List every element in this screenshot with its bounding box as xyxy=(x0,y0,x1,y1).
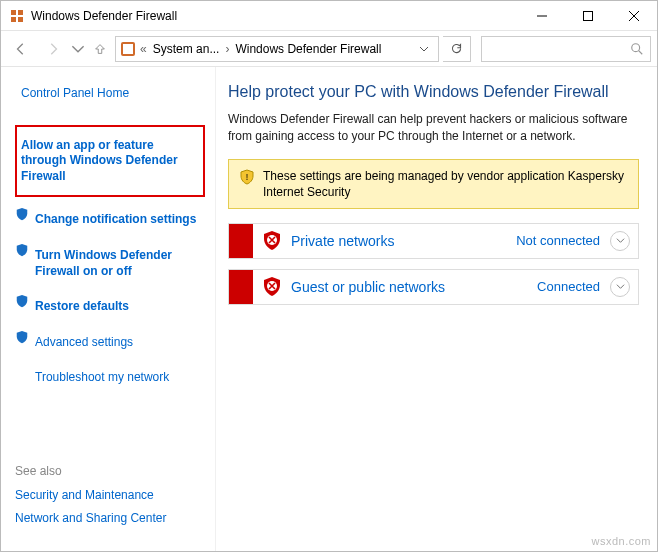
see-also-section: See also Security and Maintenance Networ… xyxy=(15,460,205,541)
firewall-app-icon xyxy=(9,8,25,24)
svg-point-3 xyxy=(632,43,640,51)
control-panel-home-link[interactable]: Control Panel Home xyxy=(15,81,205,107)
breadcrumb[interactable]: « System an... › Windows Defender Firewa… xyxy=(115,36,439,62)
warning-icon: ! xyxy=(239,169,255,185)
svg-rect-0 xyxy=(584,11,593,20)
minimize-button[interactable] xyxy=(519,1,565,31)
sidebar-item-label: Allow an app or feature through Windows … xyxy=(21,133,199,190)
sidebar-item-turn-onoff[interactable]: Turn Windows Defender Firewall on or off xyxy=(15,239,205,288)
search-icon xyxy=(630,42,644,56)
breadcrumb-item[interactable]: System an... xyxy=(149,42,224,56)
see-also-network-sharing[interactable]: Network and Sharing Center xyxy=(15,507,205,531)
breadcrumb-dropdown[interactable] xyxy=(414,44,434,54)
shield-icon xyxy=(15,294,29,308)
navbar: « System an... › Windows Defender Firewa… xyxy=(1,31,657,67)
shield-icon xyxy=(15,330,29,344)
sidebar-item-troubleshoot[interactable]: Troubleshoot my network xyxy=(15,361,205,395)
page-heading: Help protect your PC with Windows Defend… xyxy=(228,83,639,101)
sidebar-item-label: Advanced settings xyxy=(35,330,135,356)
sidebar: Control Panel Home Allow an app or featu… xyxy=(1,67,216,551)
control-panel-icon xyxy=(120,41,136,57)
shield-blocked-icon xyxy=(261,276,283,298)
network-group-public[interactable]: Guest or public networks Connected xyxy=(228,269,639,305)
sidebar-item-allow-app[interactable]: Allow an app or feature through Windows … xyxy=(15,125,205,198)
sidebar-item-label: Change notification settings xyxy=(35,207,198,233)
sidebar-item-label: Turn Windows Defender Firewall on or off xyxy=(35,243,205,284)
chevron-right-icon: › xyxy=(225,42,229,56)
main-area: Control Panel Home Allow an app or featu… xyxy=(1,67,657,551)
shield-icon xyxy=(15,243,29,257)
network-group-private[interactable]: Private networks Not connected xyxy=(228,223,639,259)
see-also-security-maintenance[interactable]: Security and Maintenance xyxy=(15,484,205,508)
back-button[interactable] xyxy=(7,35,35,63)
sidebar-item-label: Troubleshoot my network xyxy=(15,365,171,391)
network-status: Not connected xyxy=(516,233,600,248)
page-description: Windows Defender Firewall can help preve… xyxy=(228,111,639,145)
content-pane: Help protect your PC with Windows Defend… xyxy=(216,67,657,551)
status-stripe xyxy=(229,270,253,304)
sidebar-item-restore-defaults[interactable]: Restore defaults xyxy=(15,290,205,324)
shield-blocked-icon xyxy=(261,230,283,252)
network-name: Guest or public networks xyxy=(291,279,537,295)
sidebar-item-change-notifications[interactable]: Change notification settings xyxy=(15,203,205,237)
window-title: Windows Defender Firewall xyxy=(31,9,519,23)
shield-icon xyxy=(15,207,29,221)
breadcrumb-separator: « xyxy=(140,42,147,56)
see-also-header: See also xyxy=(15,460,205,484)
warning-text: These settings are being managed by vend… xyxy=(263,168,628,200)
vendor-warning-banner: ! These settings are being managed by ve… xyxy=(228,159,639,209)
refresh-button[interactable] xyxy=(443,36,471,62)
network-status: Connected xyxy=(537,279,600,294)
search-input[interactable] xyxy=(481,36,651,62)
close-button[interactable] xyxy=(611,1,657,31)
recent-locations-button[interactable] xyxy=(71,35,85,63)
sidebar-item-advanced-settings[interactable]: Advanced settings xyxy=(15,326,205,360)
svg-text:!: ! xyxy=(246,172,249,182)
expand-toggle[interactable] xyxy=(610,231,630,251)
maximize-button[interactable] xyxy=(565,1,611,31)
titlebar: Windows Defender Firewall xyxy=(1,1,657,31)
network-name: Private networks xyxy=(291,233,516,249)
watermark: wsxdn.com xyxy=(591,535,651,547)
up-button[interactable] xyxy=(89,35,111,63)
sidebar-item-label: Restore defaults xyxy=(35,294,131,320)
breadcrumb-item[interactable]: Windows Defender Firewall xyxy=(231,42,385,56)
expand-toggle[interactable] xyxy=(610,277,630,297)
svg-rect-2 xyxy=(123,44,133,54)
status-stripe xyxy=(229,224,253,258)
forward-button[interactable] xyxy=(39,35,67,63)
